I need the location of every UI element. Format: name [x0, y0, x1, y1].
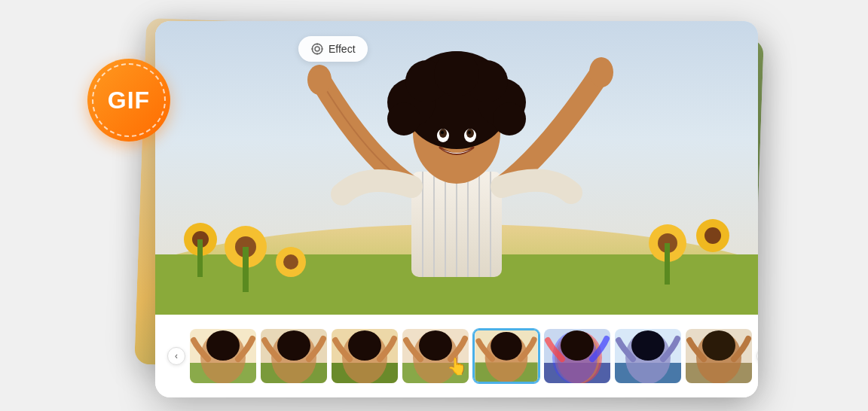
thumbnail-6[interactable] — [544, 329, 610, 383]
main-image-area: Effect — [155, 21, 758, 315]
effect-label: Effect — [329, 43, 356, 55]
thumbnail-8[interactable] — [686, 329, 752, 383]
main-scene: GIF — [95, 14, 773, 397]
svg-point-42 — [312, 44, 322, 54]
thumbnails-container — [190, 329, 752, 383]
thumbnail-strip: ‹ — [155, 315, 758, 397]
svg-point-15 — [704, 227, 721, 244]
main-card: Effect ‹ — [155, 21, 758, 397]
svg-point-51 — [206, 330, 240, 361]
svg-point-39 — [468, 131, 471, 134]
gif-circle: GIF — [87, 59, 170, 142]
strip-left-arrow[interactable]: ‹ — [167, 347, 185, 365]
svg-rect-5 — [243, 247, 249, 292]
scene-svg — [155, 21, 758, 315]
svg-point-10 — [283, 254, 298, 269]
thumbnail-2[interactable] — [261, 329, 327, 383]
svg-point-31 — [434, 51, 479, 96]
thumbnail-5-active[interactable] — [473, 329, 539, 383]
thumbnail-3[interactable] — [332, 329, 398, 383]
effect-button[interactable]: Effect — [298, 36, 368, 62]
svg-point-38 — [441, 131, 444, 134]
svg-point-43 — [315, 47, 319, 51]
svg-point-59 — [348, 330, 381, 361]
svg-point-73 — [561, 330, 594, 361]
svg-point-32 — [387, 102, 420, 135]
svg-point-81 — [702, 330, 735, 361]
svg-point-67 — [491, 332, 522, 361]
svg-point-33 — [493, 102, 526, 135]
svg-rect-8 — [197, 239, 203, 277]
thumbnail-1[interactable] — [190, 329, 256, 383]
svg-point-41 — [589, 57, 613, 87]
gif-label: GIF — [108, 87, 150, 114]
svg-point-77 — [631, 330, 665, 361]
svg-point-40 — [307, 65, 332, 95]
strip-right-arrow[interactable]: › — [756, 347, 758, 365]
svg-point-55 — [277, 330, 310, 361]
svg-rect-13 — [665, 243, 670, 285]
gif-badge: GIF — [87, 59, 170, 142]
effect-icon — [310, 42, 324, 56]
thumbnail-4[interactable] — [402, 329, 469, 383]
svg-point-63 — [419, 330, 452, 361]
thumbnail-7[interactable] — [615, 329, 681, 383]
